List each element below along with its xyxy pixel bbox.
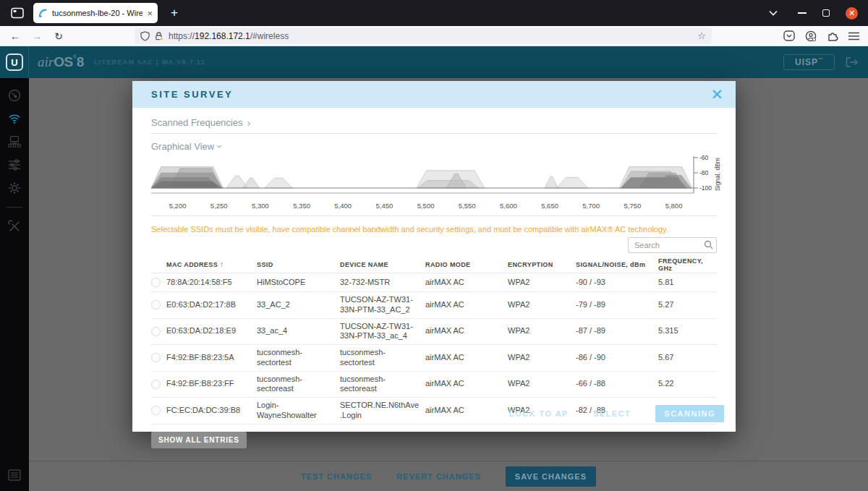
system-gear-icon[interactable] [7,181,22,195]
window-minimize-button[interactable] [798,12,807,14]
menu-hamburger-icon[interactable] [848,32,859,40]
sidebar-nav [0,78,29,491]
cell-encryption: WPA2 [508,300,576,310]
close-icon[interactable]: ✕ [710,87,723,102]
cell-frequency: 5.22 [658,379,717,389]
tools-icon[interactable] [7,219,22,234]
svg-text:5,250: 5,250 [210,202,228,210]
tab-title: tucsonmesh-lbe-20 - Wire [52,9,142,17]
cell-mac-address: E0:63:DA:D2:17:8B [166,300,257,310]
row-select-radio[interactable] [151,278,161,287]
column-header-device-name[interactable]: DEVICE NAME [340,261,425,268]
ubiquiti-logo[interactable]: U [6,54,23,71]
search-box [628,237,717,253]
column-header-encryption[interactable]: ENCRYPTION [508,261,576,268]
test-changes-button[interactable]: TEST CHANGES [301,472,372,481]
svg-text:5,550: 5,550 [459,202,476,210]
table-row[interactable]: E0:63:DA:D2:18:E933_ac_4TUCSON-AZ-TW31-3… [151,319,717,346]
services-icon[interactable] [7,158,22,172]
row-select-radio[interactable] [151,353,161,362]
tab-close-icon[interactable]: × [147,9,153,18]
cell-frequency: 5.315 [658,326,717,336]
cell-radio-mode: airMAX AC [425,300,508,310]
reload-button[interactable]: ↻ [49,30,68,42]
firefox-view-icon[interactable] [7,4,27,22]
pocket-icon[interactable] [783,30,795,41]
svg-text:5,700: 5,700 [582,202,600,210]
new-tab-button[interactable]: + [165,6,184,20]
extensions-icon[interactable] [827,30,838,42]
cell-signal-noise: -86 / -90 [576,353,658,363]
lock-warning-icon[interactable] [154,31,164,41]
modal-title: SITE SURVEY [151,89,233,100]
column-header-ssid[interactable]: SSID [257,261,340,268]
url-bar[interactable]: https://192.168.172.1/#wireless ☆ [135,28,712,44]
cell-encryption: WPA2 [508,379,576,389]
row-select-radio[interactable] [151,380,161,389]
status-gauge-icon[interactable] [7,88,22,103]
svg-text:Signal, dBm: Signal, dBm [714,158,721,191]
scanning-button[interactable]: SCANNING [655,405,724,422]
logout-icon[interactable] [845,56,859,69]
svg-text:5,400: 5,400 [334,202,352,210]
revert-changes-button[interactable]: REVERT CHANGES [396,472,481,481]
cell-radio-mode: airMAX AC [425,278,508,288]
window-close-button[interactable]: ✕ [846,7,858,20]
row-select-radio[interactable] [151,406,161,415]
column-header-frequency[interactable]: FREQUENCY, GHz [658,257,717,272]
shield-permissions-icon[interactable] [140,31,150,41]
graphical-view-label: Graphical View [151,141,214,152]
cell-radio-mode: airMAX AC [425,326,508,336]
table-header-row: MAC ADDRESS↑SSIDDEVICE NAMERADIO MODEENC… [151,256,717,273]
survey-table: MAC ADDRESS↑SSIDDEVICE NAMERADIO MODEENC… [151,256,717,424]
browser-tab[interactable]: tucsonmesh-lbe-20 - Wire × [33,3,158,23]
uisp-button[interactable]: UISP™ [783,54,835,70]
svg-text:5,800: 5,800 [665,202,683,210]
save-changes-button[interactable]: SAVE CHANGES [506,466,596,487]
select-button[interactable]: SELECT [593,409,631,418]
svg-text:5,450: 5,450 [376,202,393,210]
cell-frequency: 5.81 [658,278,717,288]
chevron-right-icon: › [247,117,250,128]
cell-radio-mode: airMAX AC [425,406,508,416]
table-row[interactable]: E0:63:DA:D2:17:8B33_AC_2TUCSON-AZ-TW31-3… [151,292,717,319]
cell-mac-address: F4:92:BF:B8:23:FF [166,379,257,389]
wireless-icon[interactable] [7,111,22,126]
svg-text:5,750: 5,750 [624,202,642,210]
scanned-frequencies-toggle[interactable]: Scanned Frequencies › [151,108,717,128]
browser-titlebar: tucsonmesh-lbe-20 - Wire × + ✕ [0,0,868,26]
table-row[interactable]: F4:92:BF:B8:23:FFtucsonmesh-sectoreasttu… [151,372,717,398]
log-icon[interactable] [7,468,22,482]
device-info: LITEBEAM 5AC | WA.V8.7.11 [94,59,205,66]
search-icon [704,240,713,249]
back-button[interactable]: ← [6,30,25,42]
cell-ssid: 33_AC_2 [257,300,340,310]
account-icon[interactable] [805,30,817,42]
channel-shape [151,182,222,188]
cell-mac-address: E0:63:DA:D2:18:E9 [166,326,257,336]
column-header-mac-address[interactable]: MAC ADDRESS↑ [166,260,257,268]
list-tabs-chevron-icon[interactable] [769,10,778,16]
column-header-signal-noise[interactable]: SIGNAL/NOISE, dBm [576,261,658,268]
lock-to-ap-button[interactable]: LOCK TO AP [509,409,569,418]
graphical-view-toggle[interactable]: Graphical View › [151,141,717,152]
table-row[interactable]: 78:8A:20:14:58:F5HiMStoCOPE32-732-MSTRai… [151,273,717,292]
url-text: https://192.168.172.1/#wireless [169,31,693,41]
window-maximize-button[interactable] [822,9,830,17]
svg-text:-80: -80 [699,169,709,176]
channel-shape [265,178,293,188]
bookmark-star-icon[interactable]: ☆ [697,30,706,41]
forward-button[interactable]: → [27,30,46,42]
svg-text:5,350: 5,350 [293,202,310,210]
row-select-radio[interactable] [151,327,161,336]
selectable-ssid-notice: Selectable SSIDs must be visible, have c… [151,225,717,234]
table-row[interactable]: F4:92:BF:B8:23:5Atucsonmesh-sectortesttu… [151,345,717,372]
channel-shape [545,176,558,188]
column-header-radio-mode[interactable]: RADIO MODE [425,261,508,268]
svg-text:-60: -60 [699,155,709,161]
network-icon[interactable] [7,135,22,149]
site-survey-chart: -60-80-100Signal, dBm5,2005,2505,3005,35… [151,155,717,213]
show-all-entries-button[interactable]: SHOW ALL ENTRIES [151,432,247,448]
chevron-down-icon: › [215,145,226,148]
row-select-radio[interactable] [151,300,161,309]
